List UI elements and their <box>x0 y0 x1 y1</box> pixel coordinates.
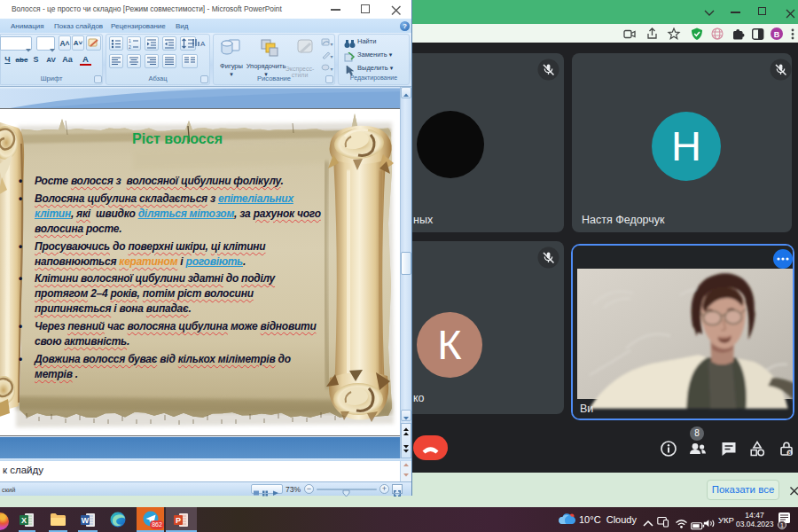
svg-text:Ви: Ви <box>580 403 593 415</box>
svg-text:8: 8 <box>788 450 791 456</box>
svg-text:▾: ▾ <box>331 42 333 47</box>
svg-text:▾: ▾ <box>331 66 333 72</box>
svg-text:1: 1 <box>129 38 131 43</box>
svg-text:B: B <box>774 30 780 39</box>
svg-text:W: W <box>82 516 90 525</box>
svg-text:A: A <box>200 40 206 48</box>
svg-text:1: 1 <box>780 522 784 528</box>
svg-text:P: P <box>176 516 181 525</box>
svg-text:▾: ▾ <box>331 54 333 59</box>
svg-text:X: X <box>21 516 27 525</box>
svg-text:2: 2 <box>129 44 131 50</box>
